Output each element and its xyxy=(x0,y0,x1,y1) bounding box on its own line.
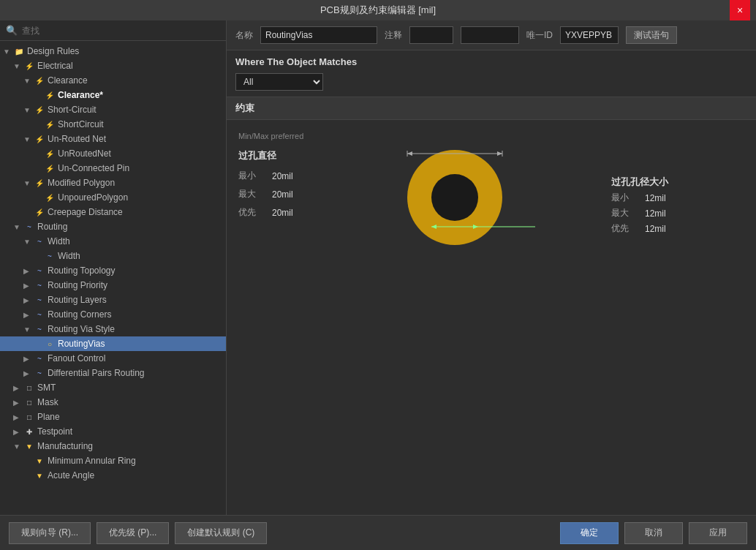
tree-icon-min-annular-ring: ▼ xyxy=(34,455,45,467)
search-input[interactable] xyxy=(22,26,220,36)
hole-prefer-value: 12mil xyxy=(645,224,681,234)
tree-label-design-rules: Design Rules xyxy=(27,46,79,56)
tree-item-acute-angle[interactable]: ▼Acute Angle xyxy=(0,468,226,483)
tree-item-unconnected-pin[interactable]: ⚡Un-Connected Pin xyxy=(0,161,226,176)
tree-item-width-rule[interactable]: ~Width xyxy=(0,249,226,263)
tree-arrow-design-rules[interactable]: ▼ xyxy=(3,48,13,56)
id-input[interactable] xyxy=(461,26,519,44)
tree-item-clearance-group[interactable]: ▼⚡Clearance xyxy=(0,73,226,88)
left-panel: 🔍 ▼📁Design Rules▼⚡Electrical▼⚡Clearance⚡… xyxy=(0,20,227,515)
tree-arrow-routing-corners[interactable]: ▶ xyxy=(23,311,34,319)
main-content: 🔍 ▼📁Design Rules▼⚡Electrical▼⚡Clearance⚡… xyxy=(0,20,756,515)
rule-wizard-button[interactable]: 规则向导 (R)... xyxy=(9,522,91,544)
tree-arrow-manufacturing[interactable]: ▼ xyxy=(13,442,23,451)
tree-item-routingvias[interactable]: ○RoutingVias xyxy=(0,336,226,351)
tree-container: ▼📁Design Rules▼⚡Electrical▼⚡Clearance⚡Cl… xyxy=(0,41,226,515)
tree-arrow-routing-priority[interactable]: ▶ xyxy=(23,282,34,290)
search-icon: 🔍 xyxy=(6,25,18,36)
tree-item-routing[interactable]: ▼~Routing xyxy=(0,219,226,234)
tree-item-routing-priority[interactable]: ▶~Routing Priority xyxy=(0,278,226,293)
tree-label-diff-pairs: Differential Pairs Routing xyxy=(48,368,145,378)
tree-icon-width: ~ xyxy=(34,236,45,247)
where-section: Where The Object Matches All xyxy=(227,50,756,97)
tree-item-design-rules[interactable]: ▼📁Design Rules xyxy=(0,44,226,59)
tree-item-short-circuit[interactable]: ▼⚡Short-Circuit xyxy=(0,102,226,117)
tree-item-testpoint[interactable]: ▶✚Testpoint xyxy=(0,424,226,439)
tree-icon-routing-topology: ~ xyxy=(34,265,45,276)
tree-arrow-width[interactable]: ▼ xyxy=(23,238,34,246)
tree-icon-unrouted-net: ⚡ xyxy=(34,133,45,145)
tree-arrow-routing-via-style[interactable]: ▼ xyxy=(23,325,34,334)
tree-item-routing-layers[interactable]: ▶~Routing Layers xyxy=(0,293,226,307)
tree-item-plane[interactable]: ▶□Plane xyxy=(0,410,226,424)
confirm-button[interactable]: 确定 xyxy=(560,522,619,544)
test-button[interactable]: 测试语句 xyxy=(626,26,677,44)
tree-item-unroutednet[interactable]: ⚡UnRoutedNet xyxy=(0,146,226,161)
tree-item-shortcircuit[interactable]: ⚡ShortCircuit xyxy=(0,117,226,132)
tree-item-routing-corners[interactable]: ▶~Routing Corners xyxy=(0,307,226,322)
via-max-row: 最大 20mil xyxy=(238,188,309,200)
tree-item-electrical[interactable]: ▼⚡Electrical xyxy=(0,59,226,73)
tree-item-modified-polygon[interactable]: ▼⚡Modified Polygon xyxy=(0,176,226,190)
name-input[interactable] xyxy=(260,26,377,44)
tree-label-shortcircuit: ShortCircuit xyxy=(58,119,104,129)
tree-item-creepage-distance[interactable]: ⚡Creepage Distance xyxy=(0,205,226,219)
via-diameter-params: Min/Max preferred 过孔直径 最小 20mil 最大 20mil… xyxy=(238,132,309,265)
comment-label: 注释 xyxy=(385,29,402,42)
hole-min-row: 最小 12mil xyxy=(611,192,681,204)
tree-item-diff-pairs[interactable]: ▶~Differential Pairs Routing xyxy=(0,366,226,380)
tree-item-fanout-control[interactable]: ▶~Fanout Control xyxy=(0,351,226,366)
tree-label-unrouted-net: Un-Routed Net xyxy=(48,134,106,144)
via-svg: 过孔孔径大小 最小 12mil 最大 12mil 优先 1 xyxy=(367,132,557,265)
tree-item-unpouredpolygon[interactable]: ⚡UnpouredPolygon xyxy=(0,190,226,205)
tree-arrow-electrical[interactable]: ▼ xyxy=(13,62,23,70)
close-button[interactable]: × xyxy=(730,0,750,20)
tree-arrow-mask[interactable]: ▶ xyxy=(13,399,23,407)
via-max-value: 20mil xyxy=(272,189,309,200)
tree-arrow-modified-polygon[interactable]: ▼ xyxy=(23,179,34,187)
tree-item-routing-via-style[interactable]: ▼~Routing Via Style xyxy=(0,322,226,336)
where-dropdown[interactable]: All xyxy=(235,73,323,91)
constraints-body: Min/Max preferred 过孔直径 最小 20mil 最大 20mil… xyxy=(227,120,756,277)
tree-item-width[interactable]: ▼~Width xyxy=(0,234,226,249)
comment-input[interactable] xyxy=(409,26,453,44)
tree-arrow-routing[interactable]: ▼ xyxy=(13,223,23,231)
tree-item-manufacturing[interactable]: ▼▼Manufacturing xyxy=(0,439,226,453)
tree-item-routing-topology[interactable]: ▶~Routing Topology xyxy=(0,263,226,278)
hole-prefer-row: 优先 12mil xyxy=(611,222,681,235)
tree-arrow-short-circuit[interactable]: ▼ xyxy=(23,106,34,114)
tree-label-routing-priority: Routing Priority xyxy=(48,280,107,290)
tree-arrow-clearance-group[interactable]: ▼ xyxy=(23,77,34,85)
tree-label-modified-polygon: Modified Polygon xyxy=(48,178,115,188)
priority-button[interactable]: 优先级 (P)... xyxy=(97,522,169,544)
tree-arrow-diff-pairs[interactable]: ▶ xyxy=(23,369,34,377)
apply-button[interactable]: 应用 xyxy=(689,522,747,544)
tree-label-plane: Plane xyxy=(37,412,60,422)
tree-arrow-smt[interactable]: ▶ xyxy=(13,384,23,392)
tree-label-clearance: Clearance* xyxy=(58,90,103,100)
unique-id-input[interactable] xyxy=(560,26,619,44)
create-default-button[interactable]: 创建默认规则 (C) xyxy=(175,522,267,544)
via-inner-hole xyxy=(431,174,478,221)
tree-item-min-annular-ring[interactable]: ▼Minimum Annular Ring xyxy=(0,453,226,468)
tree-item-mask[interactable]: ▶□Mask xyxy=(0,395,226,410)
hole-prefer-label: 优先 xyxy=(611,222,640,235)
tree-icon-fanout-control: ~ xyxy=(34,353,45,364)
tree-icon-clearance: ⚡ xyxy=(44,89,56,101)
constraints-section: 约束 Min/Max preferred 过孔直径 最小 20mil 最大 20… xyxy=(227,97,756,515)
bottom-right: 确定 取消 应用 xyxy=(560,522,747,544)
arrow-right xyxy=(497,151,502,156)
tree-item-clearance[interactable]: ⚡Clearance* xyxy=(0,88,226,102)
window-title: PCB规则及约束编辑器 [mil] xyxy=(26,4,730,17)
via-min-label: 最小 xyxy=(238,170,268,182)
tree-arrow-fanout-control[interactable]: ▶ xyxy=(23,355,34,363)
tree-item-smt[interactable]: ▶□SMT xyxy=(0,380,226,395)
tree-arrow-plane[interactable]: ▶ xyxy=(13,413,23,421)
tree-arrow-unrouted-net[interactable]: ▼ xyxy=(23,135,34,143)
tree-arrow-routing-topology[interactable]: ▶ xyxy=(23,267,34,275)
tree-arrow-testpoint[interactable]: ▶ xyxy=(13,428,23,436)
tree-item-unrouted-net[interactable]: ▼⚡Un-Routed Net xyxy=(0,132,226,146)
tree-icon-unconnected-pin: ⚡ xyxy=(44,162,56,174)
cancel-button[interactable]: 取消 xyxy=(624,522,683,544)
tree-arrow-routing-layers[interactable]: ▶ xyxy=(23,296,34,304)
